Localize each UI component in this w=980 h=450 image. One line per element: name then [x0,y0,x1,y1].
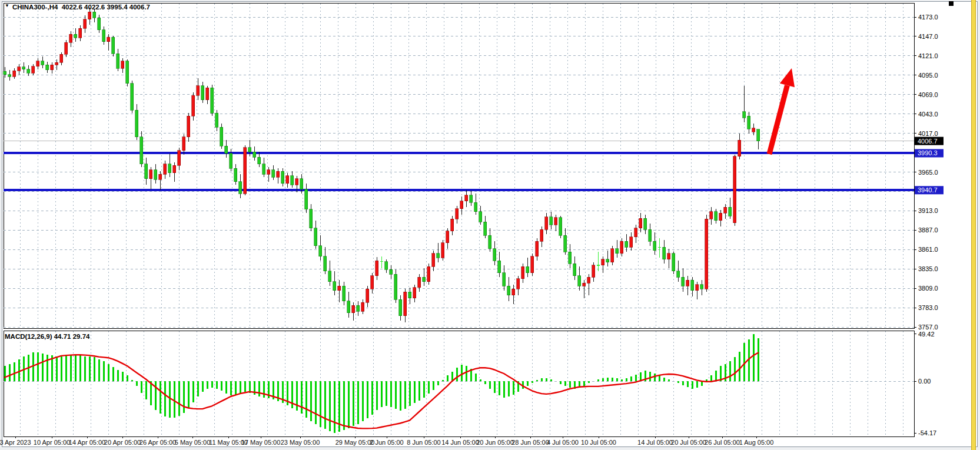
symbol-dropdown-icon[interactable]: ▼ [5,3,9,8]
svg-text:10 Apr 05:00: 10 Apr 05:00 [34,439,70,446]
svg-text:4095.0: 4095.0 [918,72,938,79]
svg-text:3757.0: 3757.0 [918,324,938,331]
svg-text:3913.0: 3913.0 [918,207,938,214]
price-axis-labels: 4173.04147.04121.04095.04069.04043.04017… [914,14,944,331]
svg-text:14 Jun 05:00: 14 Jun 05:00 [441,439,479,446]
svg-text:3887.0: 3887.0 [918,226,938,234]
indicator-label: MACD(12,26,9) 44.71 29.74 [5,333,89,340]
panel-borders [4,3,914,436]
macd-axis-labels: 49.420.00-54.17 [914,331,936,436]
svg-text:8 Jun 05:00: 8 Jun 05:00 [407,439,441,446]
support-badge: 3940.7 [915,186,944,194]
svg-text:26 Apr 05:00: 26 Apr 05:00 [139,439,176,446]
svg-text:4121.0: 4121.0 [918,52,938,59]
svg-text:20 Jul 05:00: 20 Jul 05:00 [671,439,706,446]
svg-text:-54.17: -54.17 [918,429,936,436]
svg-text:3940.7: 3940.7 [918,186,938,194]
chart-title: CHINA300-,H4 4022.6 4022.6 3995.4 4006.7 [12,4,150,11]
svg-text:14 Jul 05:00: 14 Jul 05:00 [637,439,673,446]
svg-text:28 Jun 05:00: 28 Jun 05:00 [511,439,549,446]
symbol-label: CHINA300-,H4 [12,4,58,11]
ohlc-readout: 4022.6 4022.6 3995.4 4006.7 [62,4,150,11]
svg-text:3783.0: 3783.0 [918,304,938,311]
svg-text:3 Apr 2023: 3 Apr 2023 [0,439,31,446]
svg-text:17 May 05:00: 17 May 05:00 [241,439,281,446]
chart-svg[interactable]: 4173.04147.04121.04095.04069.04043.04017… [0,0,980,450]
right-scrollbar-strip[interactable] [971,0,976,450]
svg-text:4 Jul 05:00: 4 Jul 05:00 [547,439,579,446]
svg-text:20 Apr 05:00: 20 Apr 05:00 [104,439,141,446]
svg-text:3965.0: 3965.0 [918,169,938,176]
svg-text:4017.0: 4017.0 [918,130,938,137]
svg-text:4043.0: 4043.0 [918,111,938,118]
svg-text:4006.7: 4006.7 [918,138,938,145]
window-corner-mark [949,1,954,6]
chart-window: ▼ CHINA300-,H4 4022.6 4022.6 3995.4 4006… [0,0,980,450]
svg-text:29 May 05:00: 29 May 05:00 [335,439,375,446]
svg-text:2 Jun 05:00: 2 Jun 05:00 [370,439,404,446]
time-axis-labels: 3 Apr 202310 Apr 05:0014 Apr 05:0020 Apr… [0,436,773,446]
svg-text:26 Jul 05:00: 26 Jul 05:00 [705,439,740,446]
svg-text:3835.0: 3835.0 [918,265,938,272]
bid-price-badge: 4006.7 [915,137,944,145]
svg-text:4147.0: 4147.0 [918,33,938,40]
svg-text:3809.0: 3809.0 [918,285,938,292]
svg-text:0.00: 0.00 [918,378,931,385]
svg-text:3990.3: 3990.3 [918,149,938,156]
svg-text:14 Apr 05:00: 14 Apr 05:00 [69,439,105,446]
svg-text:3861.0: 3861.0 [918,246,938,253]
svg-text:49.42: 49.42 [918,331,935,338]
svg-text:4173.0: 4173.0 [918,14,938,21]
svg-text:4069.0: 4069.0 [918,91,938,98]
resistance-badge: 3990.3 [915,149,944,157]
svg-text:1 Aug 05:00: 1 Aug 05:00 [739,439,774,446]
svg-text:23 May 05:00: 23 May 05:00 [281,439,320,446]
svg-text:10 Jul 05:00: 10 Jul 05:00 [581,439,616,446]
svg-text:20 Jun 05:00: 20 Jun 05:00 [476,439,514,446]
svg-text:5 May 05:00: 5 May 05:00 [175,439,211,446]
